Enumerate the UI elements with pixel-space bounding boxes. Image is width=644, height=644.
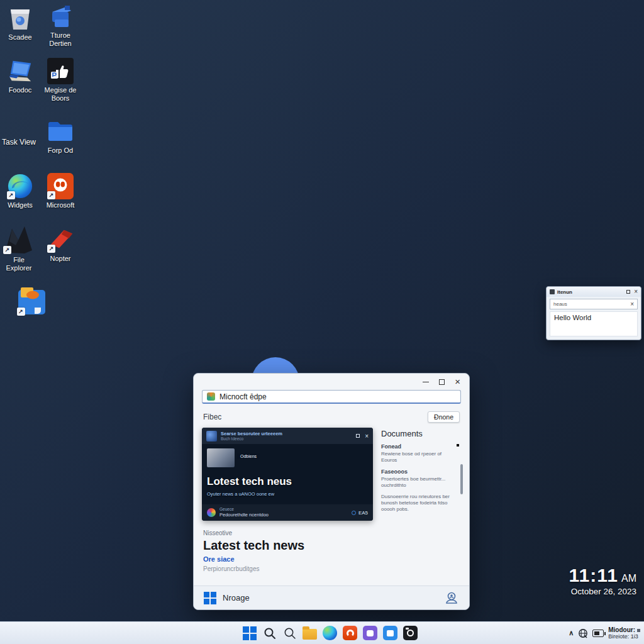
desktop-icon-widgets[interactable]: ↗ Widgets	[1, 173, 39, 209]
dark-bird-icon: ↗	[3, 225, 35, 254]
site-favicon-icon	[207, 392, 215, 401]
red-browser-icon	[343, 626, 357, 640]
tray-line-1: Miodour:	[608, 626, 635, 633]
desktop-icon-label: Microsoft	[47, 201, 75, 209]
maximize-icon[interactable]	[356, 434, 360, 438]
laptop-icon	[7, 58, 33, 84]
desktop-icon-tturoe[interactable]: Tturoe Dertien	[42, 3, 79, 47]
card-overlay-tag: Odbiens	[237, 453, 260, 459]
notepad-titlebar[interactable]: Itenun ×	[547, 287, 641, 297]
clock-date: October 26, 2023	[569, 587, 636, 596]
desktop-icon-megise[interactable]: Megise de Boors	[42, 58, 79, 102]
notepad-content[interactable]: Hello World	[550, 311, 638, 336]
card-thumb-image	[207, 448, 235, 467]
article-kicker: Nisseotive	[203, 530, 460, 536]
card-overlay-subtitle: Oyuter news a uANOO oone ew	[207, 491, 274, 497]
edge-swirl-icon: ↗	[7, 173, 33, 199]
documents-scrollbar[interactable]	[460, 464, 463, 494]
windows-logo-icon[interactable]	[204, 592, 216, 604]
notepad-window: Itenun × heaus × Hello World	[546, 286, 641, 340]
shortcut-arrow-icon: ↗	[17, 308, 25, 316]
documents-heading: Documents	[381, 429, 455, 438]
desktop-icon-label: Megise de Boors	[42, 86, 79, 102]
desktop-icon-label: File Explorer	[0, 256, 38, 272]
edge-button[interactable]	[322, 625, 338, 641]
battery-icon[interactable]	[592, 630, 604, 637]
shortcut-arrow-icon: ↗	[47, 191, 55, 199]
search-button[interactable]	[262, 625, 277, 641]
address-bar[interactable]: Micnocft ēdpe	[202, 390, 461, 404]
thumbs-up-icon	[47, 58, 74, 84]
article-byline: Perpioruncrbuditges	[203, 565, 460, 572]
tray-status-text[interactable]: Miodour: Bireiote: 1i3	[608, 626, 640, 640]
chat-purple-button[interactable]	[362, 625, 378, 641]
desktop-icon-nopter[interactable]: ↗ Nopter	[42, 226, 79, 263]
desktop-icon-forp-od[interactable]: Forp Od	[42, 118, 79, 155]
close-icon[interactable]: ×	[634, 289, 638, 294]
maximize-icon[interactable]	[626, 290, 630, 294]
documents-panel: Documents Fonead Rewiene bose od rpeoer …	[381, 428, 461, 521]
card-header-title: Searse besorutee urteeeem	[221, 431, 352, 436]
search-icon	[283, 626, 297, 640]
desktop-icon-file-explorer[interactable]: ↗ File Explorer	[0, 225, 38, 272]
store-blue-button[interactable]	[382, 625, 398, 641]
card-footer-badge: EA5	[352, 510, 368, 516]
search-alt-button[interactable]	[282, 625, 297, 641]
chat-icon	[363, 626, 377, 640]
card-avatar	[206, 431, 217, 441]
desktop-icon-label: Foodoc	[9, 86, 32, 94]
red-app-icon: ↗	[47, 173, 74, 199]
edge-swirl-icon	[323, 626, 337, 640]
done-button[interactable]: Ðnone	[428, 411, 460, 423]
tray-line-2: Bireiote: 1i3	[608, 633, 640, 640]
edge-footer-bar: Nroage	[194, 586, 469, 609]
desktop-icon-task-view[interactable]: Task View	[0, 138, 38, 147]
news-preview-card[interactable]: Searse besorutee urteeeem Buch tdeeco ×	[202, 428, 373, 521]
folder-icon	[303, 629, 317, 640]
desktop-icon-foodoc[interactable]: Foodoc	[1, 58, 39, 94]
tray-mini-icon	[637, 629, 640, 632]
document-entry[interactable]: Faseooos Proertoertes boe beurmettr... o…	[381, 469, 455, 489]
red-ribbon-icon: ↗	[47, 226, 74, 253]
camera-button[interactable]	[402, 625, 418, 641]
network-globe-icon[interactable]	[578, 628, 588, 638]
card-footer: Geuece Pedourethdte ncentdoo EA5	[202, 504, 373, 521]
desktop-icon-photos[interactable]: ↗	[13, 286, 50, 318]
shortcut-arrow-icon: ↗	[3, 246, 11, 254]
notepad-search-input[interactable]: heaus ×	[550, 299, 638, 309]
close-icon[interactable]: ×	[455, 379, 460, 385]
clock-meridiem: AM	[621, 573, 636, 584]
minimize-icon[interactable]	[423, 382, 429, 382]
desktop-icon-label: Task View	[2, 138, 36, 147]
edge-titlebar[interactable]: ×	[194, 374, 469, 387]
close-icon[interactable]: ×	[365, 434, 369, 438]
clear-icon[interactable]: ×	[630, 301, 634, 308]
desktop-icon-label: Tturoe Dertien	[42, 31, 79, 47]
document-entry[interactable]: Dusnoeerrie rou nrieutores ber bunosh be…	[381, 494, 455, 513]
printer-icon	[47, 3, 74, 30]
section-label: Fibec	[203, 413, 221, 421]
notepad-app-icon	[550, 289, 555, 294]
search-value: heaus	[553, 301, 567, 307]
camera-icon	[403, 626, 418, 640]
notepad-controls: ×	[626, 289, 638, 294]
chevron-up-icon[interactable]: ∧	[569, 629, 574, 637]
article-link[interactable]: Ore siace	[203, 555, 460, 563]
file-explorer-button[interactable]	[302, 625, 318, 641]
desktop-icon-label: Scadee	[8, 33, 31, 42]
card-footer-subtitle: Pedourethdte ncentdoo	[219, 512, 348, 518]
search-icon	[263, 626, 277, 640]
maximize-icon[interactable]	[439, 379, 445, 385]
folder-icon	[47, 118, 74, 145]
desktop-icon-microsoft[interactable]: ↗ Microsoft	[42, 173, 79, 209]
store-icon	[383, 626, 397, 640]
desktop-icon-scadee[interactable]: Scadee	[1, 5, 39, 42]
start-button[interactable]	[242, 625, 257, 641]
notepad-title: Itenun	[557, 289, 624, 295]
card-image: Odbiens Lotest tech neus Oyuter news a u…	[202, 444, 373, 504]
card-header-subtitle: Buch tdeeco	[221, 436, 352, 441]
desktop-clock: 11:11AM October 26, 2023	[569, 565, 636, 596]
browser-red-button[interactable]	[342, 625, 358, 641]
document-entry[interactable]: Fonead Rewiene bose od rpeoer of Eouros	[381, 443, 455, 464]
account-icon[interactable]	[444, 591, 459, 606]
